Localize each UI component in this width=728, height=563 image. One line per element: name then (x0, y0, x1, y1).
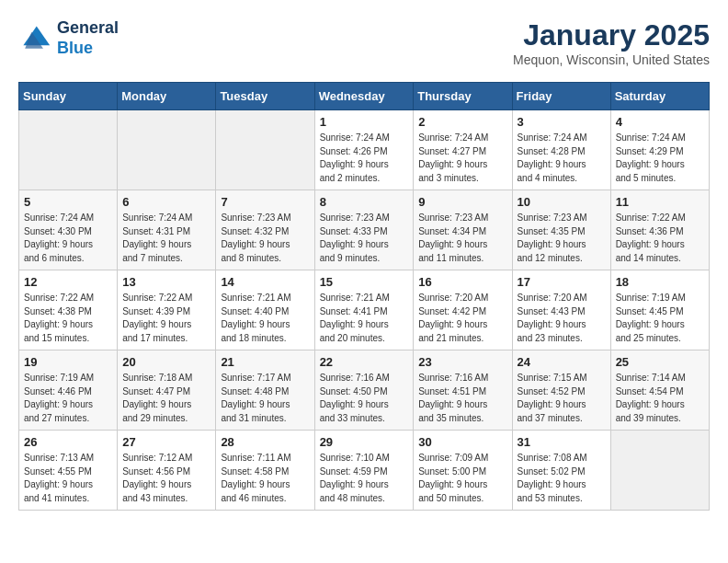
calendar-cell: 22Sunrise: 7:16 AMSunset: 4:50 PMDayligh… (314, 350, 414, 431)
day-info: Sunrise: 7:15 AMSunset: 4:52 PMDaylight:… (518, 372, 606, 425)
day-info: Sunrise: 7:24 AMSunset: 4:28 PMDaylight:… (518, 132, 606, 185)
day-number: 11 (616, 195, 704, 209)
calendar-cell (19, 110, 118, 190)
calendar-cell: 15Sunrise: 7:21 AMSunset: 4:41 PMDayligh… (314, 270, 414, 350)
day-number: 4 (616, 115, 704, 129)
day-info: Sunrise: 7:14 AMSunset: 4:54 PMDaylight:… (616, 372, 704, 425)
week-row-5: 26Sunrise: 7:13 AMSunset: 4:55 PMDayligh… (19, 431, 710, 511)
day-number: 30 (418, 435, 506, 449)
calendar-cell: 6Sunrise: 7:24 AMSunset: 4:31 PMDaylight… (118, 190, 216, 270)
day-info: Sunrise: 7:09 AMSunset: 5:00 PMDaylight:… (418, 452, 506, 505)
day-info: Sunrise: 7:11 AMSunset: 4:58 PMDaylight:… (221, 452, 309, 505)
logo-icon (18, 22, 51, 55)
day-info: Sunrise: 7:16 AMSunset: 4:50 PMDaylight:… (320, 372, 409, 425)
day-number: 1 (320, 115, 409, 129)
calendar-cell: 1Sunrise: 7:24 AMSunset: 4:26 PMDaylight… (314, 110, 414, 190)
week-row-3: 12Sunrise: 7:22 AMSunset: 4:38 PMDayligh… (19, 270, 710, 350)
day-info: Sunrise: 7:22 AMSunset: 4:39 PMDaylight:… (122, 292, 210, 345)
day-number: 5 (24, 195, 112, 209)
day-number: 27 (122, 435, 210, 449)
calendar-cell: 16Sunrise: 7:20 AMSunset: 4:42 PMDayligh… (414, 270, 512, 350)
day-number: 28 (221, 435, 309, 449)
month-title: January 2025 (513, 18, 710, 52)
day-number: 8 (320, 195, 409, 209)
calendar-cell: 10Sunrise: 7:23 AMSunset: 4:35 PMDayligh… (512, 190, 610, 270)
calendar-cell: 20Sunrise: 7:18 AMSunset: 4:47 PMDayligh… (118, 350, 216, 431)
day-number: 31 (518, 435, 606, 449)
week-row-4: 19Sunrise: 7:19 AMSunset: 4:46 PMDayligh… (19, 350, 710, 431)
day-info: Sunrise: 7:23 AMSunset: 4:33 PMDaylight:… (320, 212, 409, 265)
day-number: 2 (418, 115, 506, 129)
calendar-cell: 8Sunrise: 7:23 AMSunset: 4:33 PMDaylight… (314, 190, 414, 270)
day-number: 16 (418, 275, 506, 289)
header-saturday: Saturday (610, 83, 709, 110)
day-number: 12 (24, 275, 112, 289)
calendar-cell: 18Sunrise: 7:19 AMSunset: 4:45 PMDayligh… (610, 270, 709, 350)
calendar-cell: 12Sunrise: 7:22 AMSunset: 4:38 PMDayligh… (19, 270, 118, 350)
day-info: Sunrise: 7:22 AMSunset: 4:38 PMDaylight:… (24, 292, 112, 345)
day-info: Sunrise: 7:22 AMSunset: 4:36 PMDaylight:… (616, 212, 704, 265)
calendar-cell: 11Sunrise: 7:22 AMSunset: 4:36 PMDayligh… (610, 190, 709, 270)
page-header: General Blue January 2025 Mequon, Wiscon… (18, 18, 710, 67)
calendar-cell: 2Sunrise: 7:24 AMSunset: 4:27 PMDaylight… (414, 110, 512, 190)
calendar-cell: 27Sunrise: 7:12 AMSunset: 4:56 PMDayligh… (118, 431, 216, 511)
day-number: 20 (122, 355, 210, 369)
calendar-cell: 19Sunrise: 7:19 AMSunset: 4:46 PMDayligh… (19, 350, 118, 431)
day-info: Sunrise: 7:24 AMSunset: 4:30 PMDaylight:… (24, 212, 112, 265)
calendar-cell: 3Sunrise: 7:24 AMSunset: 4:28 PMDaylight… (512, 110, 610, 190)
header-friday: Friday (512, 83, 610, 110)
day-number: 15 (320, 275, 409, 289)
header-monday: Monday (118, 83, 216, 110)
day-info: Sunrise: 7:23 AMSunset: 4:34 PMDaylight:… (418, 212, 506, 265)
header-wednesday: Wednesday (314, 83, 414, 110)
calendar-cell (610, 431, 709, 511)
day-info: Sunrise: 7:13 AMSunset: 4:55 PMDaylight:… (24, 452, 112, 505)
day-info: Sunrise: 7:17 AMSunset: 4:48 PMDaylight:… (221, 372, 309, 425)
week-row-1: 1Sunrise: 7:24 AMSunset: 4:26 PMDaylight… (19, 110, 710, 190)
day-info: Sunrise: 7:24 AMSunset: 4:29 PMDaylight:… (616, 132, 704, 185)
day-info: Sunrise: 7:23 AMSunset: 4:35 PMDaylight:… (518, 212, 606, 265)
day-number: 10 (518, 195, 606, 209)
calendar-cell: 31Sunrise: 7:08 AMSunset: 5:02 PMDayligh… (512, 431, 610, 511)
calendar-cell (216, 110, 314, 190)
day-number: 24 (518, 355, 606, 369)
day-info: Sunrise: 7:24 AMSunset: 4:31 PMDaylight:… (122, 212, 210, 265)
day-info: Sunrise: 7:19 AMSunset: 4:46 PMDaylight:… (24, 372, 112, 425)
calendar-cell: 23Sunrise: 7:16 AMSunset: 4:51 PMDayligh… (414, 350, 512, 431)
day-number: 23 (418, 355, 506, 369)
day-number: 25 (616, 355, 704, 369)
header-thursday: Thursday (414, 83, 512, 110)
calendar-cell: 26Sunrise: 7:13 AMSunset: 4:55 PMDayligh… (19, 431, 118, 511)
day-number: 9 (418, 195, 506, 209)
day-number: 26 (24, 435, 112, 449)
day-number: 18 (616, 275, 704, 289)
calendar-cell: 24Sunrise: 7:15 AMSunset: 4:52 PMDayligh… (512, 350, 610, 431)
day-number: 21 (221, 355, 309, 369)
day-number: 19 (24, 355, 112, 369)
day-number: 22 (320, 355, 409, 369)
header-tuesday: Tuesday (216, 83, 314, 110)
day-number: 7 (221, 195, 309, 209)
logo-line2: Blue (57, 39, 119, 59)
week-row-2: 5Sunrise: 7:24 AMSunset: 4:30 PMDaylight… (19, 190, 710, 270)
calendar-cell: 9Sunrise: 7:23 AMSunset: 4:34 PMDaylight… (414, 190, 512, 270)
day-info: Sunrise: 7:12 AMSunset: 4:56 PMDaylight:… (122, 452, 210, 505)
calendar-cell: 28Sunrise: 7:11 AMSunset: 4:58 PMDayligh… (216, 431, 314, 511)
calendar-cell: 7Sunrise: 7:23 AMSunset: 4:32 PMDaylight… (216, 190, 314, 270)
calendar-cell: 4Sunrise: 7:24 AMSunset: 4:29 PMDaylight… (610, 110, 709, 190)
day-info: Sunrise: 7:24 AMSunset: 4:27 PMDaylight:… (418, 132, 506, 185)
calendar-header-row: SundayMondayTuesdayWednesdayThursdayFrid… (19, 83, 710, 110)
day-info: Sunrise: 7:19 AMSunset: 4:45 PMDaylight:… (616, 292, 704, 345)
day-info: Sunrise: 7:20 AMSunset: 4:43 PMDaylight:… (518, 292, 606, 345)
day-number: 6 (122, 195, 210, 209)
day-info: Sunrise: 7:16 AMSunset: 4:51 PMDaylight:… (418, 372, 506, 425)
day-info: Sunrise: 7:21 AMSunset: 4:40 PMDaylight:… (221, 292, 309, 345)
calendar-cell: 13Sunrise: 7:22 AMSunset: 4:39 PMDayligh… (118, 270, 216, 350)
day-info: Sunrise: 7:23 AMSunset: 4:32 PMDaylight:… (221, 212, 309, 265)
location: Mequon, Wisconsin, United States (513, 52, 710, 67)
day-info: Sunrise: 7:24 AMSunset: 4:26 PMDaylight:… (320, 132, 409, 185)
day-info: Sunrise: 7:20 AMSunset: 4:42 PMDaylight:… (418, 292, 506, 345)
calendar-cell: 5Sunrise: 7:24 AMSunset: 4:30 PMDaylight… (19, 190, 118, 270)
day-number: 3 (518, 115, 606, 129)
day-info: Sunrise: 7:21 AMSunset: 4:41 PMDaylight:… (320, 292, 409, 345)
